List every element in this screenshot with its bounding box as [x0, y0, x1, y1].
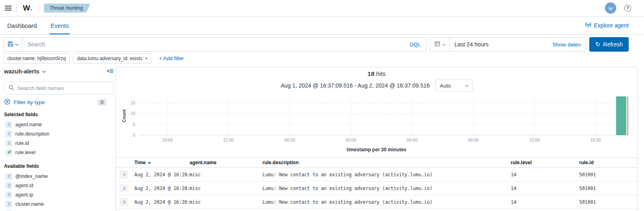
field-item[interactable]: #rule.level: [4, 148, 114, 157]
fields-sidebar: wazuh-alerts Filter by type: [4, 67, 114, 211]
menu-icon[interactable]: [0, 0, 16, 16]
svg-text:09:00: 09:00: [468, 138, 479, 142]
chevron-right-icon: [122, 200, 125, 203]
cell-rule-id-link[interactable]: 501001: [579, 199, 637, 205]
field-item[interactable]: tcluster.name: [4, 199, 114, 209]
hits-count: 18 hits: [116, 70, 637, 77]
column-header-agent-name[interactable]: agent.name: [190, 160, 262, 165]
date-range-text: Aug 1, 2024 @ 16:37:09.516 - Aug 2, 2024…: [281, 82, 429, 89]
time-range-value[interactable]: Last 24 hours: [450, 41, 493, 48]
filter-by-type-button[interactable]: Filter by type: [4, 98, 45, 106]
interval-select[interactable]: Auto: [436, 79, 473, 92]
help-icon[interactable]: ?: [624, 5, 631, 12]
filter-pill[interactable]: data.lumu.adversary_id: exists×: [73, 53, 152, 63]
cell-rule-level: 14: [511, 172, 579, 178]
svg-text:15: 15: [130, 100, 135, 105]
query-bar: DQL Last 24 hours Show dates ↻ Refresh: [3, 37, 629, 52]
column-header-time[interactable]: Time: [134, 160, 190, 165]
date-picker: Last 24 hours Show dates: [430, 37, 586, 52]
chevron-right-icon: [122, 173, 125, 176]
expand-row-button[interactable]: [120, 170, 128, 179]
index-pattern-selector[interactable]: wazuh-alerts: [4, 68, 45, 75]
top-navigation-bar: W. Threat Hunting w ?: [0, 0, 644, 17]
tab-dashboard[interactable]: Dashboard: [6, 17, 37, 34]
cell-rule-level: 14: [511, 186, 579, 191]
cell-agent-name-link[interactable]: misc: [190, 172, 262, 178]
show-dates-button[interactable]: Show dates: [552, 42, 586, 48]
add-filter-button[interactable]: + Add filter: [159, 55, 184, 61]
svg-text:0: 0: [133, 133, 135, 138]
events-table: Time agent.name rule.description rule.le…: [116, 157, 637, 209]
tab-bar: Dashboard Events Explore agent: [0, 17, 644, 35]
field-item[interactable]: tagent.id: [4, 181, 114, 190]
chevron-down-icon: [465, 83, 468, 86]
antenna-icon: [585, 22, 592, 29]
column-header-rule-level[interactable]: rule.level: [511, 160, 579, 165]
refresh-button[interactable]: ↻ Refresh: [589, 37, 629, 52]
column-header-rule-description[interactable]: rule.description: [262, 160, 511, 165]
number-field-icon: #: [6, 149, 12, 156]
string-field-icon: t: [6, 131, 12, 137]
filter-icon: [4, 98, 10, 106]
svg-text:18:00: 18:00: [162, 138, 173, 142]
divider: [39, 3, 39, 13]
saved-queries-button[interactable]: [4, 41, 22, 48]
cell-rule-id-link[interactable]: 501001: [579, 186, 637, 191]
cell-rule-description: Lumu: New contact to an existing adversa…: [262, 172, 511, 178]
table-row: Aug 2, 2024 @ 16:26:18.498miscLumu: New …: [116, 195, 637, 209]
field-item[interactable]: trule.description: [4, 129, 114, 138]
string-field-icon: t: [6, 140, 12, 146]
cell-agent-name-link[interactable]: misc: [190, 199, 262, 205]
explore-agent-link[interactable]: Explore agent: [585, 22, 638, 29]
string-field-icon: t: [6, 201, 12, 207]
selected-fields-header: Selected fields: [4, 112, 114, 117]
chevron-down-icon: [42, 69, 45, 72]
filter-bar: cluster.name: hj9bissm5rzq data.lumu.adv…: [3, 53, 184, 63]
expand-row-button[interactable]: [120, 198, 128, 206]
search-icon: [8, 85, 14, 92]
string-field-icon: t: [6, 121, 12, 128]
table-row: Aug 2, 2024 @ 16:28:20.535miscLumu: New …: [116, 182, 637, 195]
svg-text:10: 10: [130, 111, 135, 116]
breadcrumb[interactable]: Threat Hunting: [44, 4, 90, 13]
string-field-icon: t: [6, 192, 12, 198]
save-icon: [8, 41, 13, 48]
field-item[interactable]: tagent.ip: [4, 190, 114, 199]
field-item[interactable]: t@index_name: [4, 171, 114, 181]
filter-pill[interactable]: cluster.name: hj9bissm5rzq: [3, 53, 70, 63]
field-search-input[interactable]: [17, 85, 109, 91]
search-input[interactable]: [23, 41, 404, 48]
calendar-dropdown-button[interactable]: [430, 38, 450, 51]
svg-text:00:00: 00:00: [285, 138, 295, 142]
chevron-down-icon: [442, 42, 446, 45]
cell-rule-id-link[interactable]: 501001: [579, 172, 637, 178]
cell-time: Aug 2, 2024 @ 16:28:20.535: [134, 172, 190, 178]
field-item[interactable]: tagent.name: [4, 120, 114, 129]
sort-desc-icon: [148, 162, 151, 164]
query-language-selector[interactable]: DQL: [404, 42, 426, 48]
available-fields-header: Available fields: [4, 163, 114, 169]
x-axis-label: timestamp per 30 minutes: [116, 147, 637, 153]
cell-time: Aug 2, 2024 @ 16:28:20.535: [134, 186, 190, 191]
field-search-box: [4, 81, 114, 94]
search-box: DQL: [3, 37, 427, 52]
svg-text:Count: Count: [122, 109, 126, 122]
string-field-icon: t: [6, 173, 12, 180]
cell-time: Aug 2, 2024 @ 16:26:18.498: [134, 199, 190, 205]
remove-filter-icon[interactable]: ×: [144, 55, 148, 61]
histogram-bar: [616, 96, 626, 135]
field-item[interactable]: trule.id: [4, 138, 114, 148]
tab-events[interactable]: Events: [50, 17, 70, 34]
svg-text:03:00: 03:00: [346, 138, 356, 142]
avatar[interactable]: w: [605, 2, 616, 14]
wazuh-logo[interactable]: W.: [17, 4, 39, 13]
cell-rule-description: Lumu: New contact to an existing adversa…: [262, 186, 511, 191]
cell-rule-level: 14: [511, 199, 579, 205]
cell-agent-name-link[interactable]: misc: [190, 186, 262, 191]
field-item[interactable]: tcluster.node: [4, 209, 114, 211]
column-header-rule-id[interactable]: rule.id: [579, 160, 637, 165]
histogram-chart[interactable]: 18:0021:0000:0003:0006:0009:0012:0015:00…: [116, 94, 637, 146]
expand-row-button[interactable]: [120, 184, 128, 192]
svg-text:15:00: 15:00: [590, 138, 601, 142]
collapse-sidebar-icon[interactable]: [107, 68, 114, 75]
